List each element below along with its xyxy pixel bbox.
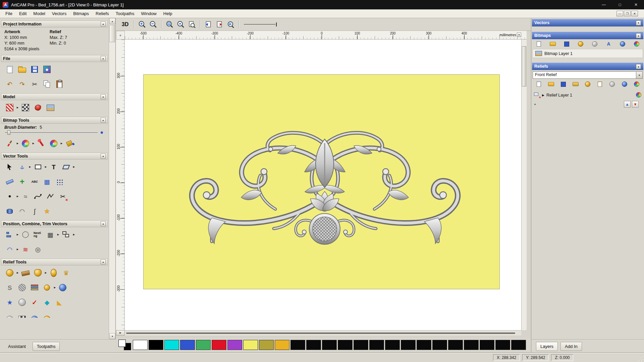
move-layer-up-button[interactable]: ▲ — [624, 101, 631, 108]
menu-bitmaps[interactable]: Bitmaps — [70, 10, 92, 17]
create-arc-icon[interactable]: ◠ — [16, 205, 28, 217]
flyout-arrow-icon[interactable]: ▶ — [72, 166, 75, 168]
flood-fill-icon[interactable] — [63, 137, 75, 149]
flyout-arrow-icon[interactable]: ▶ — [53, 286, 56, 289]
section-header-relief-tools[interactable]: Relief Tools ▲ — [1, 258, 108, 265]
open-file-icon[interactable] — [16, 63, 28, 75]
palette-swatch[interactable] — [133, 340, 148, 350]
text-on-curve-icon[interactable]: ABC — [29, 176, 41, 188]
move-layer-down-button[interactable]: ▼ — [632, 101, 639, 108]
relief-tool-icon[interactable] — [41, 311, 53, 318]
bitmaps-panel-header[interactable]: Bitmaps ▲ — [532, 32, 643, 39]
menu-reliefs[interactable]: Reliefs — [92, 10, 112, 17]
menu-help[interactable]: Help — [160, 10, 176, 17]
join-vectors-icon[interactable]: ∫ — [29, 205, 41, 217]
open-bitmap-icon[interactable] — [549, 40, 557, 48]
palette-swatch[interactable] — [149, 340, 163, 350]
next-view-icon[interactable] — [214, 19, 224, 29]
wedge-relief-icon[interactable]: ◣ — [53, 296, 65, 308]
set-model-size-icon[interactable] — [4, 102, 16, 114]
colour-editing-icon[interactable] — [19, 137, 32, 149]
canvas-vertical-scrollbar[interactable] — [521, 40, 527, 330]
bitmap-layer-row[interactable]: Bitmap Layer 1 — [532, 49, 643, 58]
crown-relief-icon[interactable]: ♛ — [60, 267, 72, 279]
menu-vectors[interactable]: Vectors — [49, 10, 70, 17]
new-relief-icon[interactable] — [535, 80, 543, 88]
undo-icon[interactable]: ↶ — [4, 78, 16, 90]
block-array-icon[interactable] — [53, 176, 65, 188]
scrollbar-thumb[interactable] — [522, 46, 526, 86]
scrollbar-thumb[interactable] — [109, 25, 115, 42]
greyscale-from-model-icon[interactable] — [19, 102, 32, 114]
collapse-icon[interactable]: ▲ — [101, 21, 106, 26]
flyout-arrow-icon[interactable]: ▶ — [32, 142, 35, 145]
mdi-restore-button[interactable]: ❐ — [624, 11, 631, 16]
redo-icon[interactable]: ↷ — [16, 78, 28, 90]
close-button[interactable]: ✕ — [628, 0, 644, 9]
tab-layers[interactable]: Layers — [536, 342, 558, 351]
palette-swatch[interactable] — [164, 340, 179, 350]
palette-swatch[interactable] — [385, 340, 400, 350]
smooth-relief-icon[interactable] — [19, 267, 32, 279]
offset-vectors-icon[interactable]: ◎ — [32, 243, 44, 255]
weave-relief-icon[interactable] — [16, 282, 28, 294]
new-file-icon[interactable] — [4, 63, 16, 75]
paint-bitmap-icon[interactable] — [577, 40, 585, 48]
colours-relief-icon[interactable] — [633, 80, 641, 88]
menu-toolpaths[interactable]: Toolpaths — [112, 10, 138, 17]
collapse-icon[interactable]: ▲ — [101, 154, 106, 159]
calculate-relief-icon[interactable] — [608, 80, 616, 88]
chevron-up-icon[interactable]: ▲ — [636, 64, 641, 69]
flyout-arrow-icon[interactable]: ▶ — [16, 248, 19, 251]
block-copy-icon[interactable]: ▦ — [44, 229, 56, 241]
save-relief-icon[interactable] — [559, 80, 567, 88]
zoom-objects-icon[interactable] — [176, 19, 186, 29]
copy-relief-icon[interactable] — [596, 80, 604, 88]
section-header-model[interactable]: Model ▲ — [1, 93, 108, 100]
weld-vectors-icon[interactable]: ≋ — [19, 243, 32, 255]
chevron-down-icon[interactable]: ▼ — [636, 72, 642, 78]
reliefs-panel-header[interactable]: Reliefs ▲ — [532, 63, 643, 70]
collapse-icon[interactable]: ▲ — [101, 221, 106, 226]
section-header-vector-tools[interactable]: Vector Tools ▲ — [1, 153, 108, 160]
palette-icon[interactable] — [48, 137, 60, 149]
save-bitmap-icon[interactable] — [562, 40, 571, 48]
new-bitmap-icon[interactable] — [535, 40, 543, 48]
palette-swatch[interactable] — [417, 340, 431, 350]
sphere-relief-icon[interactable] — [621, 80, 629, 88]
star-relief-icon[interactable]: ★ — [4, 296, 16, 308]
tab-toolpaths[interactable]: Toolpaths — [33, 342, 60, 351]
ruler-origin-button[interactable]: + — [116, 31, 125, 40]
sphere-bitmap-icon[interactable] — [619, 40, 627, 48]
tab-add-in[interactable]: Add In — [560, 342, 582, 351]
flyout-arrow-icon[interactable]: ▶ — [29, 166, 32, 168]
dropper-icon[interactable] — [35, 137, 47, 149]
select-vectors-icon[interactable] — [4, 161, 16, 173]
load-relief-icon[interactable] — [572, 80, 580, 88]
copy-icon[interactable] — [41, 78, 53, 90]
save-file-icon[interactable] — [29, 63, 41, 75]
relief-select[interactable]: Front Relief ▼ — [533, 71, 643, 79]
collapse-icon[interactable]: ▲ — [101, 259, 106, 264]
scrollbar-thumb[interactable] — [126, 333, 515, 334]
menu-file[interactable]: File — [2, 10, 16, 17]
primary-color[interactable] — [118, 340, 126, 347]
canvas-horizontal-scrollbar[interactable] — [125, 330, 521, 336]
palette-swatch[interactable] — [338, 340, 353, 350]
units-dropdown-icon[interactable]: ▼ — [517, 33, 521, 37]
spin-relief-icon[interactable] — [41, 282, 53, 294]
view-3d-button[interactable]: 3D — [119, 19, 131, 29]
relief-layer-colours-icon[interactable] — [636, 92, 641, 99]
open-relief-icon[interactable] — [547, 80, 555, 88]
flyout-arrow-icon[interactable]: ▶ — [72, 233, 75, 236]
circular-copy-icon[interactable] — [19, 229, 32, 241]
create-text-icon[interactable]: T — [48, 161, 60, 173]
shape-editor-icon[interactable] — [4, 267, 16, 279]
scroll-down-icon[interactable]: ▼ — [109, 333, 115, 339]
line-thickness-select[interactable] — [244, 21, 277, 28]
maximize-button[interactable]: □ — [612, 0, 628, 9]
relief-tool-icon[interactable] — [29, 311, 41, 318]
flyout-arrow-icon[interactable]: ▶ — [16, 106, 19, 109]
chevron-up-icon[interactable]: ▲ — [636, 33, 641, 38]
transform-vectors-icon[interactable]: ↔↕ — [16, 161, 28, 173]
